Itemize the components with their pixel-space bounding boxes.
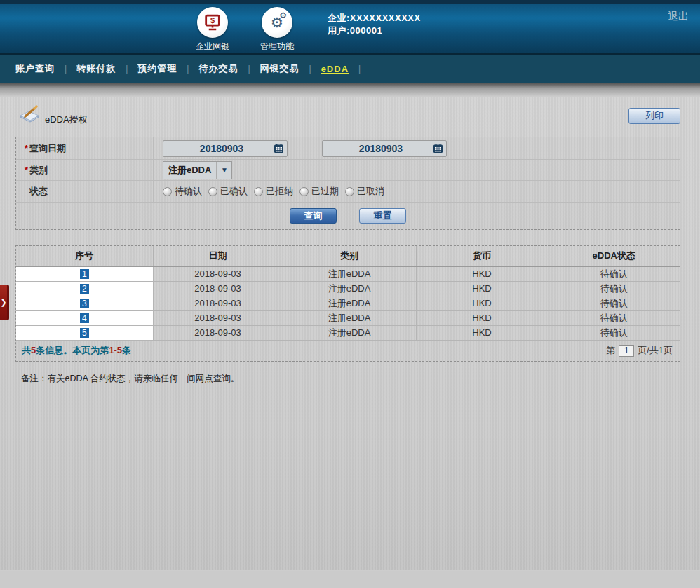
date-from-input[interactable] [163, 143, 270, 154]
nav-item-ebanking-transactions[interactable]: 网银交易 [260, 62, 299, 75]
main-navbar: 账户查询 | 转账付款 | 预约管理 | 待办交易 | 网银交易 | eDDA … [0, 55, 700, 83]
label-text: 类别 [29, 164, 48, 177]
radio-label: 已确认 [220, 185, 248, 198]
bottom-strip [0, 571, 700, 588]
currency-cell: HKD [416, 325, 548, 340]
seq-link[interactable]: 2 [80, 284, 89, 294]
pagination: 第 页/共1页 [606, 344, 673, 357]
form-row-category: * 类别 注册eDDA ▼ [16, 160, 680, 181]
search-form-panel: * 查询日期 [15, 137, 680, 230]
status-cell: 待确认 [548, 281, 680, 296]
field-label-date: * 查询日期 [16, 137, 154, 159]
summary-text: 条信息。本页为第 [36, 345, 109, 355]
table-row: 1 2018-09-03 注册eDDA HKD 待确认 [16, 266, 680, 281]
radio-rejected[interactable]: 已拒纳 [254, 185, 293, 198]
date-to-input[interactable] [323, 143, 429, 154]
seq-cell: 4 [16, 310, 153, 325]
logout-link[interactable]: 退出 [668, 10, 689, 23]
field-value-date [154, 137, 680, 159]
category-selected-value: 注册eDDA [163, 162, 216, 179]
nav-item-pending-transactions[interactable]: 待办交易 [198, 62, 238, 75]
radio-button-icon [299, 187, 309, 196]
footnote: 备注：有关eDDA 合约状态，请亲临任何一间网点查询。 [21, 373, 700, 385]
nav-item-scheduled-mgmt[interactable]: 预约管理 [137, 62, 177, 75]
chevron-right-icon: ❯ [0, 298, 6, 307]
field-label-category: * 类别 [16, 160, 154, 180]
currency-cell: HKD [416, 310, 548, 325]
results-summary: 共5条信息。本页为第1-5条 [22, 344, 131, 357]
radio-label: 已取消 [357, 185, 384, 198]
date-to-field[interactable] [322, 140, 447, 157]
table-row: 2 2018-09-03 注册eDDA HKD 待确认 [16, 281, 680, 296]
radio-label: 已拒纳 [266, 185, 293, 198]
nav-item-transfer-payment[interactable]: 转账付款 [76, 62, 116, 75]
print-button[interactable]: 列印 [628, 108, 680, 124]
nav-item-edda[interactable]: eDDA [321, 64, 349, 74]
summary-range: 1-5 [109, 345, 122, 355]
radio-button-icon [163, 187, 172, 196]
menu-admin-functions[interactable]: ⚙ ⚙ 管理功能 [255, 7, 299, 53]
chevron-down-icon: ▼ [216, 162, 231, 179]
category-cell: 注册eDDA [283, 325, 416, 340]
seq-cell: 1 [16, 266, 153, 281]
nav-separator: | [126, 64, 128, 74]
radio-button-icon [208, 187, 217, 196]
required-mark: * [25, 143, 28, 153]
field-value-category: 注册eDDA ▼ [154, 160, 680, 180]
category-cell: 注册eDDA [283, 310, 416, 325]
company-id: 企业:XXXXXXXXXXX [328, 12, 421, 25]
field-label-status: * 状态 [16, 181, 154, 202]
reset-button[interactable]: 重置 [359, 208, 406, 224]
radio-expired[interactable]: 已过期 [299, 185, 339, 198]
seq-link[interactable]: 4 [80, 313, 89, 323]
column-header-status: eDDA状态 [548, 246, 680, 266]
calendar-icon[interactable] [270, 143, 287, 153]
date-from-field[interactable] [163, 140, 288, 157]
seq-cell: 5 [16, 325, 153, 340]
menu-label: 管理功能 [255, 41, 299, 53]
menu-corporate-ebanking[interactable]: $ 企业网银 [191, 7, 234, 53]
header-shadow-strip [0, 83, 700, 97]
table-header-row: 序号 日期 类别 货币 eDDA状态 [16, 246, 680, 266]
seq-link[interactable]: 3 [80, 299, 89, 308]
date-cell: 2018-09-03 [153, 296, 283, 310]
seq-link[interactable]: 5 [80, 328, 89, 338]
column-header-currency: 货币 [416, 246, 548, 266]
search-button[interactable]: 查询 [290, 208, 337, 224]
calendar-icon[interactable] [429, 143, 446, 153]
currency-cell: HKD [416, 266, 548, 281]
page-title: eDDA授权 [45, 114, 88, 126]
status-radio-group: 待确认 已确认 已拒纳 已过期 [163, 185, 384, 198]
category-cell: 注册eDDA [283, 266, 416, 281]
page-suffix: 页/共1页 [638, 344, 673, 357]
radio-cancelled[interactable]: 已取消 [345, 185, 384, 198]
radio-pending-confirm[interactable]: 待确认 [163, 185, 202, 198]
currency-cell: HKD [416, 296, 548, 310]
field-value-status: 待确认 已确认 已拒纳 已过期 [154, 181, 680, 202]
nav-separator: | [65, 64, 67, 74]
page-number-input[interactable] [619, 345, 634, 357]
seq-link[interactable]: 1 [80, 269, 89, 279]
label-text: 状态 [29, 185, 48, 198]
gears-icon: ⚙ ⚙ [262, 7, 292, 38]
sidebar-expand-tab[interactable]: ❯ [0, 285, 9, 320]
form-row-status: * 状态 待确认 已确认 [16, 181, 680, 203]
nav-separator: | [187, 64, 189, 74]
page-prefix: 第 [606, 344, 615, 357]
radio-confirmed[interactable]: 已确认 [208, 185, 248, 198]
nav-item-account-inquiry[interactable]: 账户查询 [15, 62, 55, 75]
category-cell: 注册eDDA [283, 296, 416, 310]
results-table: 序号 日期 类别 货币 eDDA状态 1 2018-09-03 注册eDDA H… [16, 246, 680, 341]
user-id: 用户:000001 [328, 25, 421, 37]
nav-separator: | [358, 64, 361, 74]
radio-button-icon [345, 187, 354, 196]
currency-cell: HKD [416, 281, 548, 296]
date-cell: 2018-09-03 [153, 325, 283, 340]
form-buttons-row: 查询 重置 [16, 203, 680, 229]
column-header-date: 日期 [153, 246, 283, 266]
label-text: 查询日期 [29, 142, 66, 155]
date-cell: 2018-09-03 [153, 266, 283, 281]
category-cell: 注册eDDA [283, 281, 416, 296]
results-table-panel: 序号 日期 类别 货币 eDDA状态 1 2018-09-03 注册eDDA H… [15, 245, 680, 362]
category-select[interactable]: 注册eDDA ▼ [163, 161, 232, 179]
